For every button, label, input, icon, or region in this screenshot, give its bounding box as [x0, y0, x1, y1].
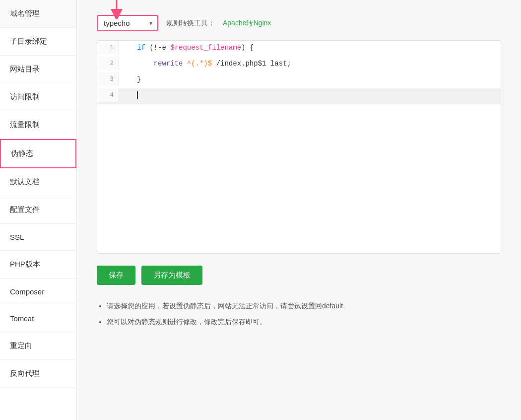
sidebar-item-subdir[interactable]: 子目录绑定 [0, 28, 76, 56]
sidebar-item-proxy[interactable]: 反向代理 [0, 360, 76, 388]
rule-convert-link[interactable]: Apache转Nginx [223, 19, 271, 28]
note-item-2: 您可以对伪静态规则进行修改，修改完后保存即可。 [107, 315, 501, 329]
line-content-4 [131, 88, 501, 102]
sidebar-item-ssl[interactable]: SSL [0, 224, 76, 251]
app-select-wrapper[interactable]: typecho wordpress default laravel ▾ [97, 15, 158, 31]
sidebar-item-config[interactable]: 配置文件 [0, 196, 76, 224]
code-editor[interactable]: 1 if (!-e $request_filename) { 2 rewrite… [97, 40, 501, 254]
sidebar-item-traffic[interactable]: 流量限制 [0, 111, 76, 139]
line-content-1: if (!-e $request_filename) { [131, 41, 501, 55]
line-number-3: 3 [97, 72, 119, 86]
code-lines: 1 if (!-e $request_filename) { 2 rewrite… [97, 41, 501, 253]
save-template-button[interactable]: 另存为模板 [141, 266, 202, 285]
sidebar-item-default-doc[interactable]: 默认文档 [0, 168, 76, 196]
sidebar-item-tomcat[interactable]: Tomcat [0, 305, 76, 332]
line-content-2: rewrite ^(.*)$ /index.php$1 last; [131, 57, 501, 70]
notes-list: 请选择您的应用，若设置伪静态后，网站无法正常访问，请尝试设置回default 您… [97, 299, 501, 329]
line-number-2: 2 [97, 57, 119, 70]
note-item-1: 请选择您的应用，若设置伪静态后，网站无法正常访问，请尝试设置回default [107, 299, 501, 313]
sidebar-item-domain[interactable]: 域名管理 [0, 0, 76, 28]
rule-convert-label: 规则转换工具： [166, 19, 215, 28]
line-number-1: 1 [97, 41, 119, 54]
notes-section: 请选择您的应用，若设置伪静态后，网站无法正常访问，请尝试设置回default 您… [97, 299, 501, 329]
code-line-2: 2 rewrite ^(.*)$ /index.php$1 last; [97, 57, 501, 72]
code-line-1: 1 if (!-e $request_filename) { [97, 41, 501, 57]
sidebar-item-redirect[interactable]: 重定向 [0, 332, 76, 360]
sidebar-item-composer[interactable]: Composer [0, 279, 76, 305]
line-number-4: 4 [97, 88, 119, 102]
sidebar-item-pseudo[interactable]: 伪静态 [0, 139, 76, 168]
sidebar-item-php[interactable]: PHP版本 [0, 251, 76, 279]
save-button[interactable]: 保存 [97, 266, 135, 285]
app-select[interactable]: typecho wordpress default laravel [98, 16, 157, 30]
button-row: 保存 另存为模板 [97, 266, 501, 285]
code-line-4: 4 [97, 88, 501, 104]
line-content-3: } [131, 72, 501, 86]
code-line-3: 3 } [97, 72, 501, 88]
code-empty-area [97, 104, 501, 253]
sidebar-item-webroot[interactable]: 网站目录 [0, 56, 76, 83]
sidebar-item-access[interactable]: 访问限制 [0, 83, 76, 111]
top-bar: typecho wordpress default laravel ▾ 规则转换… [97, 15, 501, 31]
sidebar: 域名管理 子目录绑定 网站目录 访问限制 流量限制 伪静态 默认文档 配置文件 … [0, 0, 77, 420]
main-content: typecho wordpress default laravel ▾ 规则转换… [77, 0, 521, 420]
